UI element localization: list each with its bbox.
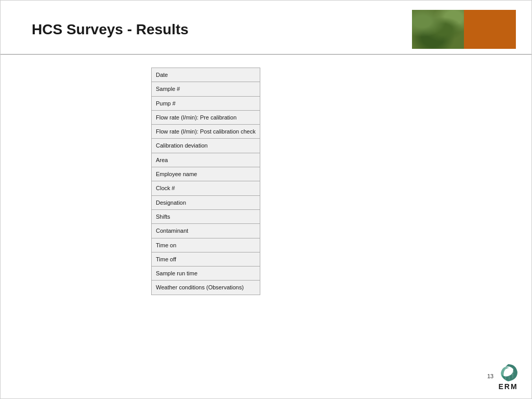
table-row: Flow rate (l/min): Post calibration chec…	[152, 125, 260, 139]
page-title: HCS Surveys - Results	[32, 21, 189, 38]
table-cell-label: Calibration deviation	[152, 139, 260, 153]
survey-table: DateSample #Pump #Flow rate (l/min): Pre…	[151, 68, 260, 295]
table-row: Weather conditions (Observations)	[152, 281, 260, 295]
header: HCS Surveys - Results	[1, 1, 531, 55]
table-row: Time on	[152, 238, 260, 252]
header-orange-block	[464, 10, 516, 49]
table-cell-label: Time on	[152, 238, 260, 252]
table-cell-label: Sample #	[152, 82, 260, 96]
table-row: Sample run time	[152, 267, 260, 281]
table-cell-label: Area	[152, 153, 260, 167]
header-photo-texture	[412, 10, 464, 49]
table-cell-label: Flow rate (l/min): Post calibration chec…	[152, 125, 260, 139]
slide: HCS Surveys - Results DateSample #Pump #…	[0, 0, 532, 399]
table-cell-label: Weather conditions (Observations)	[152, 281, 260, 295]
table-cell-label: Date	[152, 68, 260, 82]
table-row: Calibration deviation	[152, 139, 260, 153]
erm-icon	[498, 362, 518, 382]
table-cell-label: Employee name	[152, 167, 260, 181]
table-row: Area	[152, 153, 260, 167]
table-row: Contaminant	[152, 224, 260, 238]
table-cell-label: Sample run time	[152, 267, 260, 281]
erm-text: ERM	[498, 382, 517, 391]
table-cell-label: Pump #	[152, 96, 260, 110]
table-cell-label: Time off	[152, 252, 260, 266]
header-photo	[412, 10, 464, 49]
table-cell-label: Contaminant	[152, 224, 260, 238]
table-row: Time off	[152, 252, 260, 266]
erm-logo: ERM	[498, 362, 518, 391]
page-number: 13	[487, 373, 494, 379]
table-row: Pump #	[152, 96, 260, 110]
table-row: Clock #	[152, 181, 260, 195]
table-cell-label: Flow rate (l/min): Pre calibration	[152, 110, 260, 124]
footer: 13 ERM	[487, 362, 518, 391]
table-row: Shifts	[152, 209, 260, 223]
table-row: Designation	[152, 195, 260, 209]
table-cell-label: Designation	[152, 195, 260, 209]
table-row: Employee name	[152, 167, 260, 181]
header-images	[412, 10, 516, 49]
table-cell-label: Clock #	[152, 181, 260, 195]
table-row: Flow rate (l/min): Pre calibration	[152, 110, 260, 124]
table-row: Date	[152, 68, 260, 82]
main-content: DateSample #Pump #Flow rate (l/min): Pre…	[1, 55, 531, 305]
table-cell-label: Shifts	[152, 209, 260, 223]
table-row: Sample #	[152, 82, 260, 96]
